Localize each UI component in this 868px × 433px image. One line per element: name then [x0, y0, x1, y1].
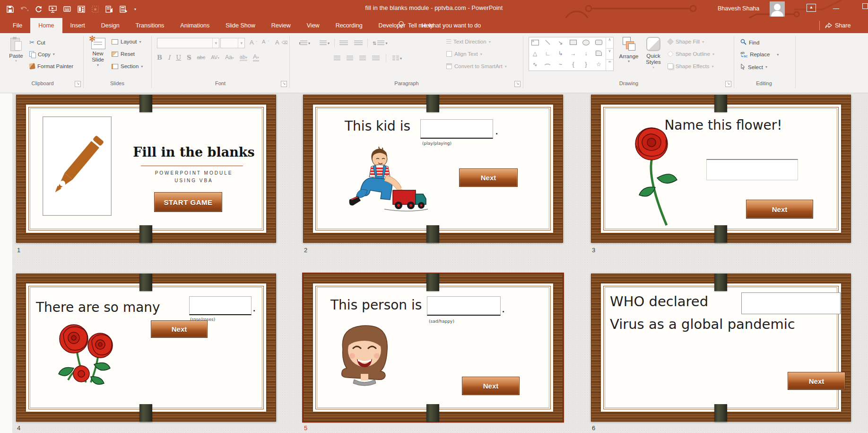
font-size-combobox[interactable]: ▾ — [220, 38, 245, 48]
clipboard-dialog-launcher-icon[interactable]: ↘ — [75, 81, 81, 87]
quick-styles-dropdown-icon[interactable]: ▾ — [652, 65, 654, 70]
bullets-button[interactable]: ▾ — [298, 41, 310, 46]
shape-right-arrow-icon[interactable]: → — [567, 48, 579, 58]
tab-review[interactable]: Review — [263, 18, 299, 33]
decrease-indent-icon[interactable] — [339, 41, 348, 46]
font-name-combobox[interactable]: ▾ — [157, 38, 219, 48]
shape-elbow-arrow-icon[interactable]: ↳ — [555, 48, 566, 58]
new-slide-dropdown-icon[interactable]: ▾ — [97, 63, 99, 67]
shape-textbox-icon[interactable]: A — [529, 37, 541, 47]
replace-dropdown-icon[interactable]: ▾ — [777, 53, 779, 57]
find-button[interactable]: Find — [740, 39, 759, 46]
highlight-color-button[interactable]: ab▾ — [240, 54, 247, 61]
shape-star-icon[interactable]: ☆ — [593, 60, 605, 70]
align-center-icon[interactable] — [347, 56, 353, 61]
shape-arc-icon[interactable]: ( — [542, 60, 554, 70]
paste-dropdown-icon[interactable]: ▾ — [15, 59, 17, 63]
select-button[interactable]: Select▾ — [740, 63, 767, 71]
underline-button[interactable]: U — [176, 54, 181, 61]
shape-left-brace-icon[interactable]: { — [567, 60, 579, 70]
shape-outline-button[interactable]: Shape Outline▾ — [668, 51, 714, 57]
shape-snip-rectangle-icon[interactable] — [593, 48, 605, 58]
shape-curve-icon[interactable]: ~ — [555, 60, 566, 70]
character-spacing-button[interactable]: AV▾ — [211, 54, 219, 60]
layout-dropdown-icon[interactable]: ▾ — [139, 40, 141, 44]
shapes-scroll-down-icon[interactable]: ∨ — [606, 48, 613, 60]
paste-button[interactable]: Paste ▾ — [6, 37, 26, 63]
replace-button[interactable]: ab↳ac Replace ▾ — [740, 51, 779, 58]
shape-rounded-rectangle-icon[interactable] — [593, 37, 605, 47]
align-text-button[interactable]: Align Text▾ — [446, 51, 482, 57]
paragraph-dialog-launcher-icon[interactable]: ↘ — [514, 81, 521, 87]
tab-home[interactable]: Home — [30, 18, 62, 33]
reset-button[interactable]: Reset — [112, 51, 135, 57]
avatar[interactable] — [770, 1, 785, 17]
shape-elbow-icon[interactable]: ∟ — [542, 48, 554, 58]
arrange-button[interactable]: Arrange ▾ — [616, 37, 641, 63]
tell-me-box[interactable]: Tell me what you want to do — [398, 18, 481, 33]
ribbon-display-options-icon[interactable]: ▲ — [807, 4, 816, 12]
section-dropdown-icon[interactable]: ▾ — [141, 64, 143, 69]
shape-fill-button[interactable]: Shape Fill▾ — [668, 39, 704, 44]
bold-button[interactable]: B — [157, 54, 162, 61]
font-dialog-launcher-icon[interactable]: ↘ — [281, 81, 287, 87]
shape-scribble-icon[interactable]: ∿ — [529, 60, 541, 70]
justify-icon[interactable] — [372, 56, 380, 61]
arrange-dropdown-icon[interactable]: ▾ — [628, 59, 630, 63]
shape-effects-button[interactable]: Shape Effects▾ — [668, 63, 713, 69]
increase-indent-icon[interactable] — [354, 41, 363, 46]
tab-animations[interactable]: Animations — [172, 18, 217, 33]
account-user-name[interactable]: Bhavesh Shaha — [718, 5, 759, 12]
quick-styles-button[interactable]: Quick Styles ▾ — [642, 37, 665, 70]
shape-line-icon[interactable] — [542, 37, 554, 47]
text-direction-button[interactable]: Text Direction▾ — [446, 39, 491, 44]
minimize-button[interactable]: — — [833, 5, 839, 12]
slide-thumbnail-5[interactable]: This person is . (sad/happy) Next — [303, 274, 563, 422]
decrease-font-size-button[interactable]: Aˇ — [262, 39, 269, 44]
share-button[interactable]: Share — [825, 18, 851, 33]
shape-right-brace-icon[interactable]: } — [580, 60, 592, 70]
shape-down-arrow-icon[interactable]: ↓ — [580, 48, 592, 58]
tab-transitions[interactable]: Transitions — [128, 18, 173, 33]
clear-formatting-button[interactable]: A⌫ — [275, 39, 287, 46]
section-button[interactable]: Section▾ — [112, 63, 143, 69]
shape-oval-icon[interactable] — [580, 37, 592, 47]
drawing-dialog-launcher-icon[interactable]: ↘ — [725, 81, 731, 87]
tab-design[interactable]: Design — [93, 18, 128, 33]
slide-thumbnail-1[interactable]: Fill in the blanks POWERPOINT MODULE USI… — [16, 95, 276, 243]
font-color-button[interactable]: A▾ — [253, 53, 259, 62]
tab-recording[interactable]: Recording — [328, 18, 371, 33]
copy-button[interactable]: Copy ▾ — [29, 51, 55, 57]
strikethrough-button[interactable]: abc — [197, 54, 206, 60]
italic-button[interactable]: I — [168, 54, 170, 61]
shapes-more-icon[interactable]: ≂ — [606, 60, 613, 71]
shapes-scroll-up-icon[interactable]: ∧ — [606, 37, 613, 48]
numbering-button[interactable]: ▾ — [317, 41, 330, 46]
cut-button[interactable]: ✂ Cut — [29, 39, 45, 46]
slide-thumbnail-2[interactable]: This kid is . (play/playing) — [303, 95, 563, 243]
tab-view[interactable]: View — [299, 18, 328, 33]
convert-smartart-button[interactable]: Convert to SmartArt▾ — [446, 63, 507, 69]
increase-font-size-button[interactable]: Aˆ — [250, 39, 257, 46]
new-slide-button[interactable]: ✻ New Slide ▾ — [87, 37, 109, 67]
align-left-icon[interactable] — [334, 56, 340, 61]
tab-file[interactable]: File — [5, 18, 30, 33]
columns-button[interactable]: ▾ — [392, 56, 402, 61]
shapes-gallery[interactable]: A ↘ △ ∟ ↳ → ↓ ∿ ( ~ { } ☆ ∧ ∨ — [529, 37, 614, 71]
copy-dropdown-icon[interactable]: ▾ — [53, 52, 55, 56]
text-shadow-button[interactable]: S — [187, 54, 191, 61]
tab-insert[interactable]: Insert — [62, 18, 93, 33]
change-case-button[interactable]: Aa▾ — [225, 54, 234, 61]
line-spacing-button[interactable]: ⇅▾ — [373, 41, 387, 46]
shape-triangle-icon[interactable]: △ — [529, 48, 541, 58]
format-painter-button[interactable]: Format Painter — [29, 63, 73, 69]
layout-button[interactable]: Layout▾ — [112, 39, 141, 44]
align-right-icon[interactable] — [359, 56, 366, 61]
maximize-button[interactable] — [862, 3, 868, 10]
shape-arrow-icon[interactable]: ↘ — [555, 37, 566, 47]
slide-thumbnail-6[interactable]: WHO declared Virus as a global pandemic … — [591, 274, 851, 422]
shape-rectangle-icon[interactable] — [567, 37, 579, 47]
tab-slide-show[interactable]: Slide Show — [217, 18, 263, 33]
slide-thumbnail-4[interactable]: There are so many . (rose/roses) — [16, 274, 276, 422]
slide-thumbnail-3[interactable]: Name this flower! Next — [591, 95, 851, 243]
